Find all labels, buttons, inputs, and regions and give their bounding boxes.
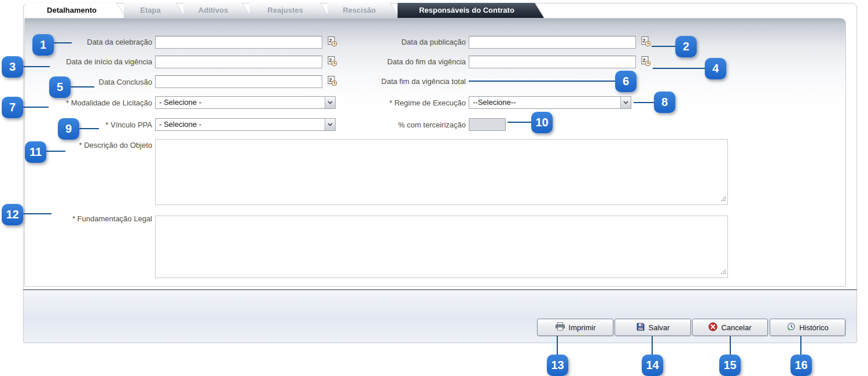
tab-rescisao-label: Rescisão <box>343 6 376 14</box>
callout-badge-5: 5 <box>49 76 71 98</box>
callout-badge-11: 11 <box>25 141 46 163</box>
data-publicacao-calendar-icon[interactable]: 2 <box>640 35 652 47</box>
callout-badge-1: 1 <box>32 34 54 56</box>
svg-text:2: 2 <box>329 38 332 43</box>
fundamentacao-legal-label: * Fundamentação Legal <box>23 214 152 224</box>
callout-badge-9: 9 <box>58 118 79 140</box>
callout-line-14 <box>652 336 653 355</box>
modalidade-licitacao-select[interactable]: - Selecione - <box>155 96 336 109</box>
imprimir-button-label: Imprimir <box>569 323 596 332</box>
callout-line-12 <box>23 213 52 214</box>
callout-line-16 <box>800 336 801 355</box>
chevron-down-icon <box>325 119 335 130</box>
callout-badge-15: 15 <box>719 355 741 376</box>
printer-icon <box>555 322 565 333</box>
svg-text:2: 2 <box>329 77 332 83</box>
historico-button[interactable]: Histórico <box>770 319 845 336</box>
data-publicacao-label: Data da publicação <box>336 38 466 47</box>
callout-badge-2: 2 <box>675 36 697 57</box>
tab-etapa-label: Etapa <box>140 6 160 14</box>
callout-line-7 <box>23 107 49 108</box>
tab-detalhamento[interactable]: Detalhamento <box>26 3 126 18</box>
tab-rescisao[interactable]: Rescisão <box>328 3 399 18</box>
fundamentacao-legal-textarea[interactable] <box>155 216 728 278</box>
regime-execucao-select[interactable]: --Selecione-- <box>469 96 631 109</box>
resize-grip-icon[interactable] <box>720 268 726 276</box>
callout-badge-12: 12 <box>2 204 23 225</box>
callout-line-3 <box>23 66 50 67</box>
salvar-button-label: Salvar <box>649 323 670 332</box>
tab-etapa[interactable]: Etapa <box>124 3 185 18</box>
callout-badge-16: 16 <box>790 355 812 376</box>
callout-line-10 <box>507 122 532 123</box>
callout-badge-10: 10 <box>531 112 553 133</box>
resize-grip-icon[interactable] <box>720 195 726 203</box>
data-conclusao-input[interactable] <box>155 75 322 88</box>
callout-badge-6: 6 <box>615 71 637 92</box>
data-fim-vigencia-input[interactable] <box>469 56 636 68</box>
svg-text:2: 2 <box>643 38 646 43</box>
vinculo-ppa-select[interactable]: - Selecione - <box>155 118 336 131</box>
tab-reajustes-label: Reajustes <box>267 6 303 14</box>
callout-line-9 <box>79 128 99 129</box>
callout-badge-7: 7 <box>2 97 23 118</box>
tab-detalhamento-label: Detalhamento <box>47 6 97 14</box>
callout-line-6 <box>469 81 616 82</box>
svg-text:2: 2 <box>643 57 646 63</box>
data-fim-vigencia-total-label: Data fim da vigência total <box>336 77 466 86</box>
callout-badge-4: 4 <box>705 58 726 79</box>
floppy-disk-icon <box>636 322 645 333</box>
callout-badge-13: 13 <box>547 355 568 376</box>
callout-line-4 <box>653 68 705 69</box>
callout-badge-14: 14 <box>642 355 663 376</box>
tab-reajustes[interactable]: Reajustes <box>249 3 329 18</box>
percentual-terceirizacao-input[interactable] <box>469 118 506 131</box>
modalidade-licitacao-selected-value: - Selecione - <box>156 97 325 108</box>
callout-badge-8: 8 <box>654 92 675 113</box>
percentual-terceirizacao-label: % com terceirização <box>336 121 466 130</box>
chevron-down-icon <box>325 97 335 108</box>
descricao-objeto-textarea[interactable] <box>155 139 728 205</box>
data-inicio-vigencia-label: Data de início da vigência <box>23 57 152 67</box>
callout-line-11 <box>46 151 65 152</box>
regime-execucao-label: * Regime de Execução <box>336 98 466 108</box>
callout-line-2 <box>652 46 676 47</box>
historico-button-label: Histórico <box>799 323 829 332</box>
tab-responsaveis-label: Responsáveis do Contrato <box>419 6 514 14</box>
data-publicacao-input[interactable] <box>469 36 636 49</box>
svg-text:2: 2 <box>329 57 332 63</box>
tab-responsaveis-contrato[interactable]: Responsáveis do Contrato <box>398 3 544 18</box>
cancel-x-circle-icon <box>708 322 718 333</box>
regime-execucao-selected-value: --Selecione-- <box>469 97 620 108</box>
data-conclusao-label: Data Conclusão <box>23 78 152 87</box>
imprimir-button[interactable]: Imprimir <box>537 319 613 336</box>
vinculo-ppa-selected-value: - Selecione - <box>156 119 325 130</box>
cancelar-button-label: Cancelar <box>721 323 751 332</box>
salvar-button[interactable]: Salvar <box>615 319 691 336</box>
data-fim-vigencia-calendar-icon[interactable]: 2 <box>640 55 652 67</box>
chevron-down-icon <box>620 97 631 108</box>
callout-line-15 <box>730 336 731 355</box>
data-celebracao-input[interactable] <box>155 36 322 49</box>
clock-history-icon <box>786 322 796 333</box>
cancelar-button[interactable]: Cancelar <box>692 319 768 336</box>
contract-form-page: Detalhamento Etapa Aditivos Reajustes Re… <box>0 0 868 376</box>
tab-aditivos[interactable]: Aditivos <box>183 3 251 18</box>
data-fim-vigencia-label: Data do fim da vigência <box>336 57 466 67</box>
tab-aditivos-label: Aditivos <box>198 6 228 14</box>
callout-line-5 <box>70 86 94 87</box>
callout-line-8 <box>634 102 654 103</box>
callout-line-1 <box>53 42 72 43</box>
callout-line-13 <box>557 336 558 355</box>
data-inicio-vigencia-input[interactable] <box>155 56 322 68</box>
callout-badge-3: 3 <box>2 56 23 78</box>
